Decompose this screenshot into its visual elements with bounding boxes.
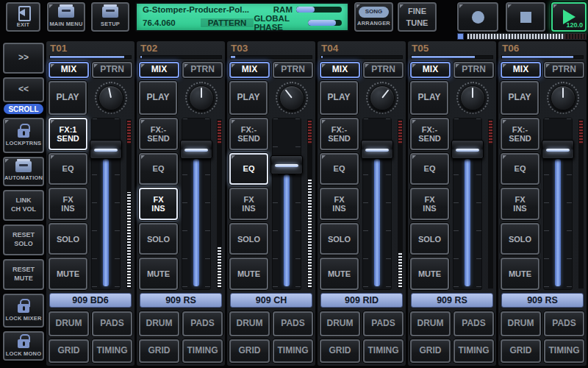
ptrn-button[interactable]: PTRN xyxy=(363,62,404,78)
timing-button[interactable]: TIMING xyxy=(363,339,404,363)
record-button[interactable] xyxy=(457,2,498,32)
grid-button[interactable]: GRID xyxy=(410,339,451,363)
volume-knob[interactable] xyxy=(456,82,489,114)
track-play-button[interactable]: PLAY xyxy=(320,81,358,115)
song-arranger-button[interactable]: SONG ARRANGER xyxy=(354,2,393,32)
grid-button[interactable]: GRID xyxy=(229,339,270,363)
fx-send-button[interactable]: FX:- SEND xyxy=(410,118,449,150)
fx-ins-button[interactable]: FX INS xyxy=(501,188,539,220)
volume-knob[interactable] xyxy=(547,82,579,114)
mute-button[interactable]: MUTE xyxy=(229,258,268,290)
solo-button[interactable]: SOLO xyxy=(410,223,449,255)
timing-button[interactable]: TIMING xyxy=(92,339,132,363)
drum-button[interactable]: DRUM xyxy=(410,311,451,336)
solo-button[interactable]: SOLO xyxy=(229,223,268,255)
grid-button[interactable]: GRID xyxy=(320,339,360,363)
track-play-button[interactable]: PLAY xyxy=(501,81,539,115)
reset-solo-button[interactable]: RESET SOLO xyxy=(3,224,44,255)
drum-button[interactable]: DRUM xyxy=(229,311,270,336)
mode-badge[interactable]: PATTERN xyxy=(201,18,254,27)
fx-send-button[interactable]: FX:- SEND xyxy=(501,118,539,150)
pads-button[interactable]: PADS xyxy=(453,311,494,336)
solo-button[interactable]: SOLO xyxy=(501,223,539,255)
mute-button[interactable]: MUTE xyxy=(320,258,359,290)
ptrn-button[interactable]: PTRN xyxy=(544,62,584,78)
fx-ins-button[interactable]: FX INS xyxy=(49,188,87,220)
volume-knob[interactable] xyxy=(366,82,398,114)
ptrn-button[interactable]: PTRN xyxy=(92,62,132,78)
pads-button[interactable]: PADS xyxy=(273,311,313,336)
sample-name-display[interactable]: 909 RS xyxy=(501,293,584,308)
link-ch-vol-button[interactable]: LINK CH VOL xyxy=(3,190,44,221)
fx-ins-button[interactable]: FX INS xyxy=(229,188,268,220)
sample-name-display[interactable]: 909 RID xyxy=(320,293,403,308)
volume-fader-handle[interactable] xyxy=(270,155,303,174)
timing-button[interactable]: TIMING xyxy=(453,339,494,363)
volume-knob[interactable] xyxy=(95,82,127,114)
mix-button[interactable]: MIX xyxy=(320,62,360,78)
fx-ins-button[interactable]: FX INS xyxy=(410,188,449,220)
automation-button[interactable]: AUTOMATION xyxy=(3,157,44,186)
volume-knob[interactable] xyxy=(185,82,218,114)
eq-button[interactable]: EQ xyxy=(49,153,87,185)
lock-mixer-button[interactable]: LOCK MIXER xyxy=(3,294,44,328)
reset-mute-button[interactable]: RESET MUTE xyxy=(3,259,44,290)
solo-button[interactable]: SOLO xyxy=(320,223,359,255)
pads-button[interactable]: PADS xyxy=(92,311,132,336)
track-play-button[interactable]: PLAY xyxy=(49,81,87,115)
fx-ins-button[interactable]: FX INS xyxy=(139,188,178,220)
mix-button[interactable]: MIX xyxy=(139,62,179,78)
grid-button[interactable]: GRID xyxy=(49,339,89,363)
eq-button[interactable]: EQ xyxy=(139,153,178,185)
mix-button[interactable]: MIX xyxy=(501,62,541,78)
pads-button[interactable]: PADS xyxy=(182,311,223,336)
pads-button[interactable]: PADS xyxy=(363,311,404,336)
mix-button[interactable]: MIX xyxy=(410,62,451,78)
play-button[interactable]: 120.0 xyxy=(551,2,587,32)
timing-button[interactable]: TIMING xyxy=(182,339,223,363)
ptrn-button[interactable]: PTRN xyxy=(453,62,494,78)
mute-button[interactable]: MUTE xyxy=(139,258,178,290)
grid-button[interactable]: GRID xyxy=(139,339,179,363)
eq-button[interactable]: EQ xyxy=(501,153,539,185)
volume-fader-handle[interactable] xyxy=(180,140,212,159)
track-play-button[interactable]: PLAY xyxy=(410,81,448,115)
exit-button[interactable]: EXIT xyxy=(6,2,40,32)
pads-button[interactable]: PADS xyxy=(544,311,584,336)
fx-ins-button[interactable]: FX INS xyxy=(320,188,359,220)
mute-button[interactable]: MUTE xyxy=(501,258,539,290)
track-play-button[interactable]: PLAY xyxy=(229,81,268,115)
lock-patterns-button[interactable]: LOCKPTRNS xyxy=(3,118,44,153)
mute-button[interactable]: MUTE xyxy=(410,258,449,290)
mix-button[interactable]: MIX xyxy=(49,62,89,78)
fx-send-button[interactable]: FX:1 SEND xyxy=(49,118,87,150)
timing-button[interactable]: TIMING xyxy=(544,339,584,363)
solo-button[interactable]: SOLO xyxy=(139,223,178,255)
fx-send-button[interactable]: FX:- SEND xyxy=(320,118,359,150)
eq-button[interactable]: EQ xyxy=(410,153,449,185)
sample-name-display[interactable]: 909 BD6 xyxy=(49,293,132,308)
mute-button[interactable]: MUTE xyxy=(49,258,87,290)
drum-button[interactable]: DRUM xyxy=(49,311,89,336)
grid-button[interactable]: GRID xyxy=(501,339,541,363)
drum-button[interactable]: DRUM xyxy=(320,311,360,336)
volume-fader-handle[interactable] xyxy=(361,140,393,159)
track-play-button[interactable]: PLAY xyxy=(139,81,177,115)
eq-button[interactable]: EQ xyxy=(320,153,359,185)
volume-fader-handle[interactable] xyxy=(542,140,574,159)
stop-button[interactable] xyxy=(506,2,545,32)
lock-mono-button[interactable]: LOCK MONO xyxy=(3,331,44,361)
scroll-back-button[interactable]: << xyxy=(3,77,44,102)
fine-tune-button[interactable]: FINE TUNE xyxy=(398,2,437,32)
fx-send-button[interactable]: FX:- SEND xyxy=(229,118,268,150)
timing-button[interactable]: TIMING xyxy=(273,339,313,363)
scroll-forward-button[interactable]: >> xyxy=(3,43,44,74)
sample-name-display[interactable]: 909 RS xyxy=(140,293,222,308)
main-menu-button[interactable]: MAIN MENU xyxy=(47,2,85,32)
setup-button[interactable]: SETUP xyxy=(91,2,129,32)
ptrn-button[interactable]: PTRN xyxy=(182,62,223,78)
drum-button[interactable]: DRUM xyxy=(501,311,541,336)
volume-knob[interactable] xyxy=(276,82,308,114)
volume-fader-handle[interactable] xyxy=(90,140,122,159)
fx-send-button[interactable]: FX:- SEND xyxy=(139,118,178,150)
